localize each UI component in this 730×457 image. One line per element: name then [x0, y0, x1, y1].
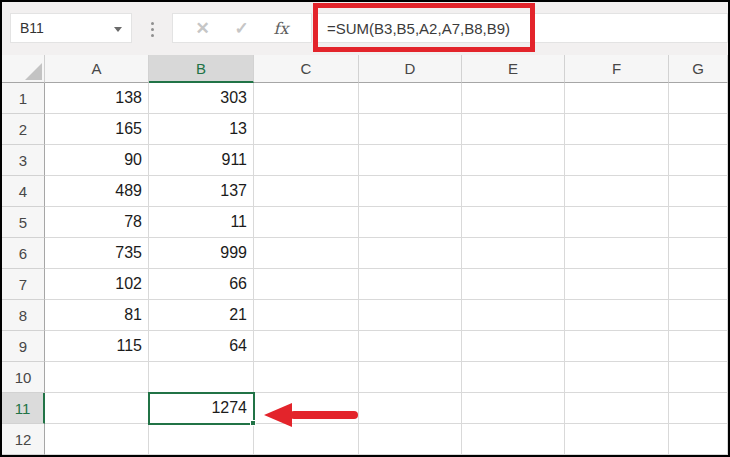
column-header-D[interactable]: D: [359, 55, 462, 83]
column-header-C[interactable]: C: [254, 55, 359, 83]
cell-A12[interactable]: [45, 424, 149, 455]
cell-A1[interactable]: 138: [45, 83, 149, 114]
cell-D7[interactable]: [359, 269, 462, 300]
cell-A2[interactable]: 165: [45, 114, 149, 145]
row-header-5[interactable]: 5: [2, 207, 45, 238]
cell-G5[interactable]: [669, 207, 728, 238]
cell-B7[interactable]: 66: [149, 269, 254, 300]
cell-A8[interactable]: 81: [45, 300, 149, 331]
cell-B2[interactable]: 13: [149, 114, 254, 145]
cell-F11[interactable]: [565, 393, 669, 424]
cell-E10[interactable]: [462, 362, 565, 393]
cell-G6[interactable]: [669, 238, 728, 269]
cell-D4[interactable]: [359, 176, 462, 207]
cell-F10[interactable]: [565, 362, 669, 393]
cell-B9[interactable]: 64: [149, 331, 254, 362]
cell-B3[interactable]: 911: [149, 145, 254, 176]
cell-G7[interactable]: [669, 269, 728, 300]
cell-E4[interactable]: [462, 176, 565, 207]
column-header-E[interactable]: E: [462, 55, 565, 83]
cell-B10[interactable]: [149, 362, 254, 393]
cell-A10[interactable]: [45, 362, 149, 393]
cell-F7[interactable]: [565, 269, 669, 300]
cell-C2[interactable]: [254, 114, 359, 145]
column-header-B[interactable]: B: [149, 55, 254, 83]
insert-function-icon[interactable]: fx: [274, 19, 289, 38]
cell-F4[interactable]: [565, 176, 669, 207]
cell-C4[interactable]: [254, 176, 359, 207]
cancel-icon[interactable]: ✕: [195, 18, 209, 39]
cell-C12[interactable]: [254, 424, 359, 455]
cell-F1[interactable]: [565, 83, 669, 114]
cell-D3[interactable]: [359, 145, 462, 176]
cell-A6[interactable]: 735: [45, 238, 149, 269]
row-header-3[interactable]: 3: [2, 145, 45, 176]
cell-E3[interactable]: [462, 145, 565, 176]
cell-D9[interactable]: [359, 331, 462, 362]
cell-G1[interactable]: [669, 83, 728, 114]
cell-E9[interactable]: [462, 331, 565, 362]
formula-bar[interactable]: =SUM(B3,B5,A2,A7,B8,B9): [313, 13, 728, 43]
row-header-9[interactable]: 9: [2, 331, 45, 362]
cell-C6[interactable]: [254, 238, 359, 269]
cell-A3[interactable]: 90: [45, 145, 149, 176]
cell-G10[interactable]: [669, 362, 728, 393]
cell-E12[interactable]: [462, 424, 565, 455]
cell-D10[interactable]: [359, 362, 462, 393]
cell-G2[interactable]: [669, 114, 728, 145]
cell-D5[interactable]: [359, 207, 462, 238]
cell-E8[interactable]: [462, 300, 565, 331]
cell-D12[interactable]: [359, 424, 462, 455]
cell-G3[interactable]: [669, 145, 728, 176]
row-header-12[interactable]: 12: [2, 424, 45, 455]
cell-G8[interactable]: [669, 300, 728, 331]
column-header-F[interactable]: F: [565, 55, 669, 83]
cell-G9[interactable]: [669, 331, 728, 362]
cell-B6[interactable]: 999: [149, 238, 254, 269]
cell-F3[interactable]: [565, 145, 669, 176]
row-header-6[interactable]: 6: [2, 238, 45, 269]
cell-F8[interactable]: [565, 300, 669, 331]
cell-E1[interactable]: [462, 83, 565, 114]
formula-bar-splitter[interactable]: [148, 18, 156, 40]
cell-A5[interactable]: 78: [45, 207, 149, 238]
cell-B1[interactable]: 303: [149, 83, 254, 114]
cell-E2[interactable]: [462, 114, 565, 145]
cell-B11[interactable]: 1274: [149, 393, 254, 424]
fill-handle[interactable]: [250, 420, 256, 426]
name-box[interactable]: B11: [10, 13, 132, 43]
column-header-G[interactable]: G: [669, 55, 728, 83]
cell-C3[interactable]: [254, 145, 359, 176]
cell-A7[interactable]: 102: [45, 269, 149, 300]
cell-A11[interactable]: [45, 393, 149, 424]
cell-E5[interactable]: [462, 207, 565, 238]
cell-A4[interactable]: 489: [45, 176, 149, 207]
cell-G11[interactable]: [669, 393, 728, 424]
select-all-button[interactable]: [2, 55, 45, 83]
cell-A9[interactable]: 115: [45, 331, 149, 362]
cell-C11[interactable]: [254, 393, 359, 424]
cell-E7[interactable]: [462, 269, 565, 300]
chevron-down-icon[interactable]: [114, 27, 122, 32]
row-header-8[interactable]: 8: [2, 300, 45, 331]
cell-F5[interactable]: [565, 207, 669, 238]
cell-E11[interactable]: [462, 393, 565, 424]
cell-C8[interactable]: [254, 300, 359, 331]
cell-D8[interactable]: [359, 300, 462, 331]
cell-D6[interactable]: [359, 238, 462, 269]
cell-C9[interactable]: [254, 331, 359, 362]
row-header-7[interactable]: 7: [2, 269, 45, 300]
cell-F9[interactable]: [565, 331, 669, 362]
cell-B8[interactable]: 21: [149, 300, 254, 331]
cell-D2[interactable]: [359, 114, 462, 145]
cell-D1[interactable]: [359, 83, 462, 114]
row-header-1[interactable]: 1: [2, 83, 45, 114]
cell-B4[interactable]: 137: [149, 176, 254, 207]
row-header-10[interactable]: 10: [2, 362, 45, 393]
cell-B5[interactable]: 11: [149, 207, 254, 238]
cell-B12[interactable]: [149, 424, 254, 455]
cell-D11[interactable]: [359, 393, 462, 424]
cell-C5[interactable]: [254, 207, 359, 238]
column-header-A[interactable]: A: [45, 55, 149, 83]
cell-C7[interactable]: [254, 269, 359, 300]
